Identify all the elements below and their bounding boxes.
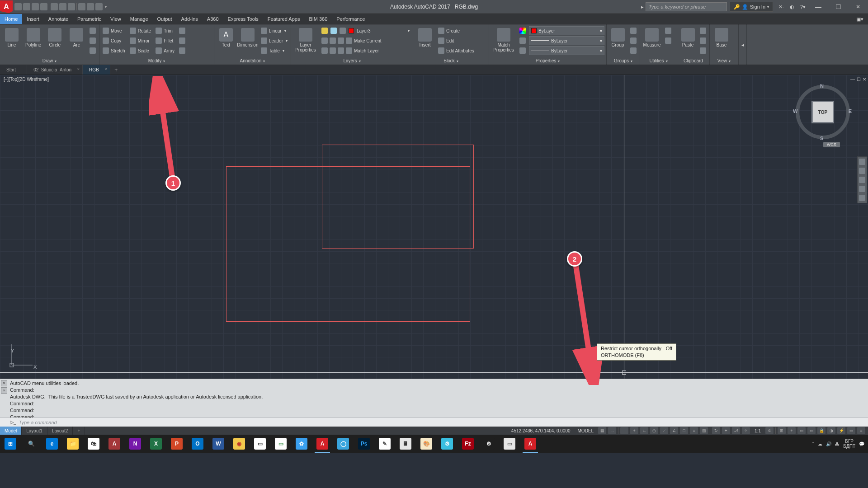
lock-ui-icon[interactable]: 🔒 (817, 427, 826, 434)
paste-small-icon[interactable] (700, 47, 706, 54)
taskbar-app-23[interactable]: ⚙ (478, 435, 499, 453)
cycling-icon[interactable]: ↻ (712, 427, 720, 434)
viewcube-east[interactable]: E (849, 108, 852, 114)
space-button[interactable]: MODEL (575, 428, 597, 433)
tray-volume-icon[interactable]: 🔊 (826, 441, 831, 446)
match-layer-button[interactable]: Match Layer (320, 46, 411, 55)
stretch-button[interactable]: Stretch (101, 46, 127, 55)
vp-maximize-icon[interactable]: ☐ (857, 77, 861, 82)
copy-icon[interactable] (700, 38, 706, 44)
util-small2-icon[interactable] (665, 38, 671, 44)
a360-icon[interactable]: ◐ (788, 3, 796, 11)
layout-tab-model[interactable]: Model (0, 427, 22, 435)
lw-icon-button[interactable] (518, 36, 527, 45)
ortho-icon[interactable]: ∟ (640, 427, 648, 434)
edit-attributes-button[interactable]: Edit Attributes (437, 46, 476, 55)
taskbar-app-18[interactable]: ✎ (374, 435, 395, 453)
ribbon-state-button[interactable]: ▣▾ (852, 14, 868, 24)
group-button[interactable]: Group (609, 26, 627, 47)
nav-pan-icon[interactable] (859, 168, 865, 174)
chevron-right-icon[interactable]: ▸ (641, 4, 644, 10)
nav-orbit-icon[interactable] (859, 186, 865, 192)
coordinate-readout[interactable]: 4512.2436, 470.1404, 0.0000 (509, 428, 573, 433)
copy-button[interactable]: Copy (101, 36, 127, 45)
gizmo-icon[interactable]: ✧ (742, 427, 750, 434)
grid-icon[interactable]: ▦ (598, 427, 606, 434)
workspace-icon[interactable]: ⊞ (778, 427, 786, 434)
menu-tab-parametric[interactable]: Parametric (73, 14, 106, 24)
paste-button[interactable]: Paste (679, 26, 697, 47)
menu-tab-insert[interactable]: Insert (22, 14, 44, 24)
tray-language[interactable]: БГРБДПТ (843, 439, 855, 449)
insert-button[interactable]: Insert (415, 26, 435, 47)
qat-more-icon[interactable] (95, 3, 103, 10)
menu-tab-output[interactable]: Output (153, 14, 177, 24)
infergrid-icon[interactable] (620, 427, 628, 434)
draw-extra3[interactable] (88, 46, 97, 55)
linear-button[interactable]: Linear▾ (259, 26, 289, 35)
layout-tab-layout1[interactable]: Layout1 (22, 427, 47, 435)
menu-tab-express-tools[interactable]: Express Tools (223, 14, 263, 24)
qat-save-icon[interactable] (32, 3, 39, 10)
create-button[interactable]: Create (437, 26, 476, 35)
cut-icon[interactable] (700, 28, 706, 34)
mirror-button[interactable]: Mirror (128, 36, 152, 45)
util-small1-icon[interactable] (665, 28, 671, 34)
maximize-button[interactable]: ☐ (828, 0, 848, 13)
viewcube-south[interactable]: S (820, 136, 823, 141)
file-tab-02-situacia-anton[interactable]: 02_Situacia_Anton× (27, 65, 83, 75)
arc-button[interactable]: Arc (66, 26, 86, 47)
leader-button[interactable]: Leader▾ (259, 36, 289, 45)
taskbar-app-19[interactable]: 🖩 (395, 435, 416, 453)
menu-tab-home[interactable]: Home (0, 14, 22, 24)
menu-tab-manage[interactable]: Manage (126, 14, 153, 24)
match-properties-button[interactable]: Match Properties (491, 26, 516, 52)
draw-extra1[interactable] (88, 26, 97, 35)
menu-tab-view[interactable]: View (106, 14, 126, 24)
minimize-button[interactable]: — (808, 0, 828, 13)
clean-screen-icon[interactable]: ▭ (847, 427, 855, 434)
viewcube-face-top[interactable]: TOP (813, 102, 833, 122)
new-file-tab-button[interactable]: + (110, 65, 122, 75)
drawing-area[interactable]: [–][Top][2D Wireframe] — ☐ ✕ YX TOP N S … (0, 75, 868, 379)
lineweight-combo[interactable]: ByLayer▾ (529, 36, 604, 45)
taskbar-app-15[interactable]: A (312, 435, 333, 453)
exchange-icon[interactable]: ✕· (777, 3, 785, 11)
menu-tab-add-ins[interactable]: Add-ins (177, 14, 203, 24)
base-button[interactable]: Base (712, 26, 731, 47)
menu-tab-annotate[interactable]: Annotate (44, 14, 73, 24)
group-small2-icon[interactable] (630, 38, 637, 44)
isolate-icon[interactable]: ◑ (827, 427, 835, 434)
viewport-label[interactable]: [–][Top][2D Wireframe] (4, 77, 49, 82)
taskbar-app-22[interactable]: Fz (458, 435, 478, 453)
nav-zoom-icon[interactable] (859, 177, 865, 183)
quickprops-icon[interactable]: ▭ (807, 427, 816, 434)
file-tab-start[interactable]: Start (0, 65, 27, 75)
lt-icon-button[interactable] (518, 46, 527, 55)
viewcube-north[interactable]: N (820, 83, 824, 89)
taskbar-app-8[interactable]: P (166, 435, 187, 453)
move-button[interactable]: Move (101, 26, 127, 35)
customize-status-icon[interactable]: ≡ (857, 427, 865, 434)
isodraft-icon[interactable]: ⟋ (660, 427, 668, 434)
qat-saveas-icon[interactable] (40, 3, 47, 10)
3dosnap-icon[interactable]: ✦ (722, 427, 730, 434)
explode-button[interactable] (178, 36, 187, 45)
taskbar-app-10[interactable]: W (208, 435, 229, 453)
view-cube[interactable]: TOP N S E W (796, 85, 850, 139)
qat-plot-icon[interactable] (51, 3, 58, 10)
trim-button[interactable]: Trim (154, 26, 176, 35)
units-icon[interactable]: ▭ (797, 427, 806, 434)
qat-undo-icon[interactable] (59, 3, 66, 10)
qat-redo-icon[interactable] (68, 3, 75, 10)
taskbar-app-24[interactable]: ▭ (499, 435, 520, 453)
tab-close-icon[interactable]: × (105, 67, 107, 71)
help-icon[interactable]: ?▾ (799, 3, 807, 11)
taskbar-app-25[interactable]: A (520, 435, 541, 453)
command-history[interactable]: AutoCAD menu utilities loaded. Command: … (0, 379, 868, 418)
color-combo[interactable]: ByLayer▾ (529, 26, 604, 35)
edit-button[interactable]: Edit (437, 36, 476, 45)
close-button[interactable]: ✕ (848, 0, 868, 13)
vp-close-icon[interactable]: ✕ (863, 77, 866, 82)
taskbar-app-2[interactable]: e (42, 435, 62, 453)
